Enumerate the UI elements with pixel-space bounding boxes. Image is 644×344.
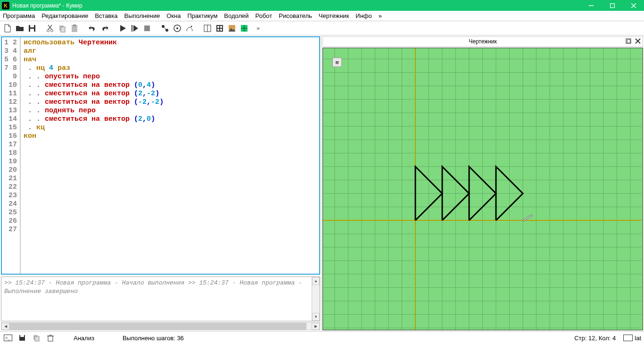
code-editor[interactable]: 1 2 3 4 5 6 7 8 9 10 11 12 13 14 15 16 1… [1, 36, 320, 275]
svg-rect-10 [61, 27, 65, 32]
svg-rect-87 [35, 336, 39, 341]
menu-чертежник[interactable]: Чертежник [319, 12, 349, 19]
menu-робот[interactable]: Робот [256, 12, 272, 19]
open-file-button[interactable] [14, 23, 25, 34]
scroll-left-icon[interactable]: ◀ [1, 323, 9, 330]
save-file-button[interactable] [26, 23, 38, 34]
line-gutter: 1 2 3 4 5 6 7 8 9 10 11 12 13 14 15 16 1… [2, 37, 21, 274]
drawing-canvas[interactable]: ≡ [322, 48, 643, 330]
run-button[interactable] [117, 23, 128, 34]
close-button[interactable] [623, 0, 644, 11]
scroll-right-icon[interactable]: ▶ [312, 323, 320, 330]
console-vscrollbar[interactable]: ▲ ▼ [312, 277, 320, 321]
menu-практикум[interactable]: Практикум [187, 12, 217, 19]
svg-rect-14 [144, 25, 150, 31]
svg-line-17 [163, 26, 167, 30]
cut-button[interactable] [44, 23, 56, 34]
copy-button[interactable] [57, 23, 68, 34]
toolbar: » [0, 21, 644, 35]
svg-text:>_: >_ [5, 336, 10, 340]
actor3-button[interactable] [184, 23, 195, 34]
svg-rect-6 [30, 29, 34, 32]
svg-point-20 [191, 25, 192, 27]
console-text: >> 15:24:37 - Новая программа - Начало в… [1, 277, 312, 321]
svg-rect-25 [220, 26, 222, 28]
actor1-button[interactable] [159, 23, 171, 34]
svg-rect-12 [73, 25, 76, 26]
svg-point-7 [47, 29, 50, 32]
svg-rect-33 [627, 40, 630, 43]
minimize-button[interactable] [580, 0, 602, 11]
statusbar: >_ Анализ Выполнено шагов: 36 Стр: 12, К… [0, 331, 644, 344]
view2-button[interactable] [214, 23, 225, 34]
redo-button[interactable] [99, 23, 110, 34]
canvas-title: Чертежник [469, 38, 497, 45]
status-cursor: Стр: 12, Кол: 4 [574, 335, 616, 342]
canvas-svg [323, 48, 643, 330]
menu-»[interactable]: » [379, 12, 382, 19]
svg-rect-1 [610, 3, 614, 8]
sb-console-button[interactable]: >_ [3, 333, 13, 343]
status-lang[interactable]: lat [635, 335, 641, 342]
view1-button[interactable] [202, 23, 213, 34]
status-steps: Выполнено шагов: 36 [123, 335, 184, 342]
svg-rect-5 [30, 25, 34, 27]
canvas-header: Чертежник [322, 36, 643, 47]
svg-point-8 [51, 29, 53, 32]
view3-button[interactable] [226, 23, 238, 34]
svg-rect-85 [20, 335, 24, 337]
sb-delete-button[interactable] [45, 333, 56, 343]
view4-button[interactable] [239, 23, 250, 34]
paste-button[interactable] [69, 23, 80, 34]
svg-rect-88 [48, 336, 53, 341]
sb-save-button[interactable] [17, 333, 27, 343]
scroll-down-icon[interactable]: ▼ [312, 313, 320, 321]
scroll-up-icon[interactable]: ▲ [312, 277, 320, 285]
menu-водолей[interactable]: Водолей [224, 12, 248, 19]
app-logo: K [2, 2, 9, 9]
actor2-button[interactable] [172, 23, 183, 34]
menu-редактирование[interactable]: Редактирование [41, 12, 88, 19]
menubar: ПрограммаРедактированиеВставкаВыполнение… [0, 11, 644, 21]
new-file-button[interactable] [2, 23, 13, 34]
svg-rect-27 [220, 29, 222, 31]
svg-rect-11 [72, 25, 77, 32]
code-area[interactable]: использовать Чертежникалгнач . нц 4 раз … [21, 37, 319, 274]
scroll-thumb[interactable] [9, 323, 306, 330]
menu-выполнение[interactable]: Выполнение [124, 12, 160, 19]
svg-rect-24 [217, 26, 219, 28]
titlebar: K Новая программа* - Кумир [0, 0, 644, 11]
keyboard-icon[interactable] [623, 335, 633, 341]
menu-программа[interactable]: Программа [3, 12, 35, 19]
step-button[interactable] [129, 23, 140, 34]
svg-rect-13 [132, 25, 132, 32]
canvas-menu-button[interactable]: ≡ [332, 58, 342, 67]
canvas-close-icon[interactable] [635, 38, 641, 45]
maximize-button[interactable] [602, 0, 623, 11]
menu-рисователь[interactable]: Рисователь [279, 12, 312, 19]
scroll-track[interactable] [312, 285, 320, 313]
output-console: >> 15:24:37 - Новая программа - Начало в… [1, 277, 320, 321]
scroll-track[interactable] [306, 323, 312, 330]
menu-инфо[interactable]: Инфо [355, 12, 372, 19]
editor-hscrollbar[interactable]: ◀ ▶ [1, 322, 320, 330]
menu-вставка[interactable]: Вставка [95, 12, 117, 19]
toolbar-overflow[interactable]: » [256, 25, 260, 32]
menu-окна[interactable]: Окна [166, 12, 181, 19]
sb-copy-button[interactable] [31, 333, 41, 343]
undo-button[interactable] [87, 23, 98, 34]
stop-button[interactable] [141, 23, 153, 34]
window-title: Новая программа* - Кумир [12, 2, 580, 9]
status-analysis[interactable]: Анализ [74, 335, 94, 342]
svg-point-19 [176, 27, 178, 29]
canvas-maximize-icon[interactable] [626, 38, 631, 45]
svg-rect-26 [217, 29, 219, 31]
